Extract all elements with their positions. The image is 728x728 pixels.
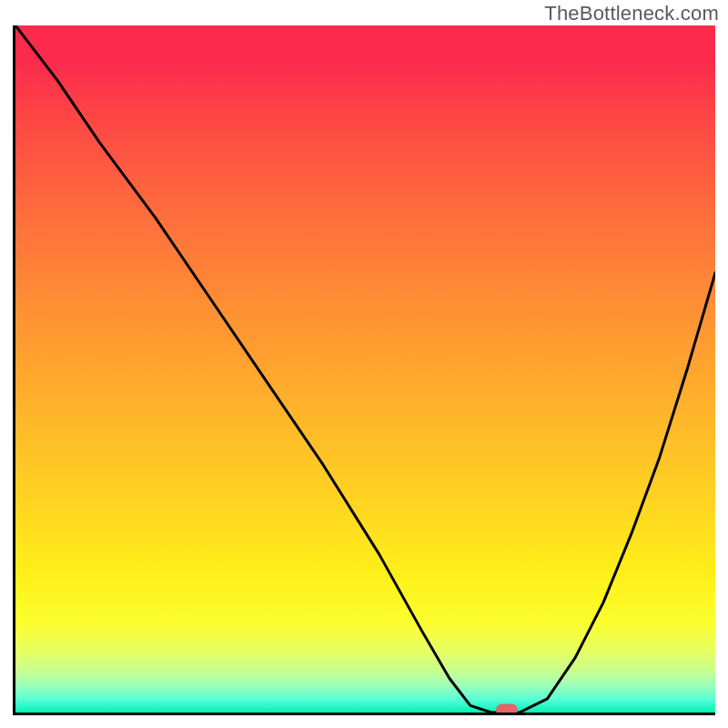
bottleneck-curve <box>15 25 715 713</box>
optimal-point-marker <box>496 704 518 716</box>
watermark-text: TheBottleneck.com <box>544 2 719 25</box>
chart-container: TheBottleneck.com <box>0 0 728 728</box>
plot-area <box>13 25 715 715</box>
